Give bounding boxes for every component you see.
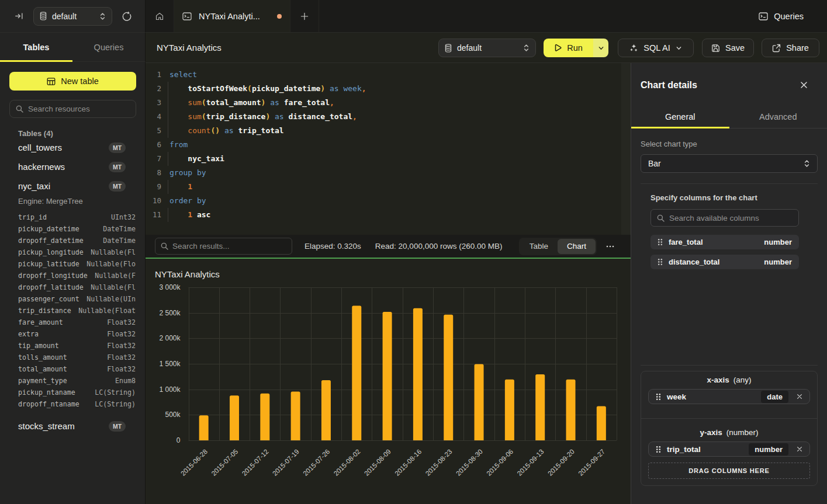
table-item-nyc_taxi[interactable]: nyc_taxiMT xyxy=(0,176,145,196)
sidebar-search-input[interactable]: Search resources xyxy=(9,100,136,118)
x-tick-label: 2015-08-23 xyxy=(424,448,454,477)
column-name: payment_type xyxy=(18,377,67,385)
bar xyxy=(444,315,453,440)
refresh-icon[interactable] xyxy=(122,11,132,22)
sidebar-database-selector[interactable]: default xyxy=(33,7,112,26)
code-text: select xyxy=(161,68,197,82)
code-token xyxy=(220,126,224,135)
sql-ai-button[interactable]: SQL AI xyxy=(618,39,694,57)
column-name: pickup_ntaname xyxy=(18,388,75,397)
remove-field-icon[interactable] xyxy=(797,394,802,399)
column-type: Nullable(Flo xyxy=(86,260,136,268)
column-row: tip_amountFloat32 xyxy=(0,340,145,352)
code-token xyxy=(325,84,330,93)
read-stats: Read: 20,000,000 rows (260.00 MB) xyxy=(375,242,503,251)
table-engine-badge: MT xyxy=(109,181,126,192)
line-number: 8 xyxy=(146,166,161,180)
sql-console-app: default NYTaxi Analyti... Queries Tables… xyxy=(0,0,827,504)
column-name: dropoff_longitude xyxy=(18,272,88,280)
x-tick-label: 2015-09-06 xyxy=(485,448,514,477)
available-column-type: number xyxy=(764,258,792,266)
available-columns-list: fare_totalnumberdistance_totalnumber xyxy=(631,235,827,269)
table-item-stocks_stream[interactable]: stocks_streamMT xyxy=(0,416,145,436)
line-number: 11 xyxy=(146,208,161,222)
code-text: toStartOfWeek(pickup_datetime) as week, xyxy=(161,82,366,96)
run-options-button[interactable] xyxy=(593,39,608,57)
save-button[interactable]: Save xyxy=(702,39,754,57)
tables-list: cell_towersMThackernewsMTnyc_taxiMTEngin… xyxy=(0,138,145,436)
sidebar-tabs: TablesQueries xyxy=(0,33,146,62)
x-axis-field-week[interactable]: weekdate xyxy=(648,389,810,404)
home-tab[interactable] xyxy=(146,0,174,32)
panel-tab-advanced[interactable]: Advanced xyxy=(729,100,827,128)
code-token: as xyxy=(224,126,234,135)
collapse-sidebar-icon[interactable] xyxy=(15,12,23,20)
columns-search-placeholder: Search available columns xyxy=(669,214,759,223)
y-axis-field-trip_total[interactable]: trip_totalnumber xyxy=(648,442,810,457)
code-text: group by xyxy=(161,166,206,180)
sql-ai-label: SQL AI xyxy=(643,43,670,53)
available-column-fare_total[interactable]: fare_totalnumber xyxy=(650,235,799,249)
query-tab[interactable]: NYTaxi Analyti... xyxy=(174,0,290,32)
view-tab-chart[interactable]: Chart xyxy=(558,239,596,254)
code-token: trip_distance xyxy=(206,112,266,121)
code-token xyxy=(270,112,275,121)
table-engine-badge: MT xyxy=(109,142,126,153)
table-engine-label: Engine: MergeTree xyxy=(18,197,145,206)
search-icon xyxy=(161,242,168,250)
editor-line: 9 1 xyxy=(146,180,631,194)
results-search-input[interactable]: Search results... xyxy=(155,238,292,255)
more-options-icon[interactable] xyxy=(605,242,615,251)
sidebar-tab-tables[interactable]: Tables xyxy=(0,33,72,61)
line-number: 5 xyxy=(146,124,161,138)
table-grid-icon xyxy=(47,77,56,86)
chart-type-value: Bar xyxy=(648,159,804,168)
sidebar-search-placeholder: Search resources xyxy=(28,105,90,113)
share-button[interactable]: Share xyxy=(762,39,819,57)
code-token: group by xyxy=(169,168,206,177)
view-tab-table[interactable]: Table xyxy=(520,239,558,254)
table-item-hackernews[interactable]: hackernewsMT xyxy=(0,157,145,176)
query-tab-title: NYTaxi Analyti... xyxy=(199,12,271,21)
sql-editor[interactable]: 1select2 toStartOfWeek(pickup_datetime) … xyxy=(146,63,631,235)
chart-type-select[interactable]: Bar xyxy=(641,154,818,173)
toolbar-database-selector[interactable]: default xyxy=(438,39,536,57)
new-tab-button[interactable] xyxy=(290,0,319,32)
chart-panel: NYTaxi Analytics0500k1 000k1 500k2 000k2… xyxy=(146,258,631,504)
bar xyxy=(413,308,423,440)
run-button[interactable]: Run xyxy=(544,39,593,57)
field-type-badge: number xyxy=(749,443,788,456)
bar xyxy=(535,374,545,440)
sidebar-tab-queries[interactable]: Queries xyxy=(72,33,145,61)
column-type: DateTime xyxy=(103,225,136,233)
drop-zone[interactable]: DRAG COLUMNS HERE xyxy=(648,463,810,479)
new-table-button[interactable]: New table xyxy=(9,72,136,91)
table-item-cell_towers[interactable]: cell_towersMT xyxy=(0,138,145,157)
code-token xyxy=(169,154,188,163)
panel-tab-general[interactable]: General xyxy=(631,100,729,128)
column-type: Float32 xyxy=(107,330,136,338)
x-tick-label: 2015-07-12 xyxy=(241,448,270,477)
column-row: dropoff_ntanameLC(String) xyxy=(0,398,145,410)
column-name: passenger_count xyxy=(18,295,79,303)
bar xyxy=(260,394,269,440)
column-row: tolls_amountFloat32 xyxy=(0,352,145,363)
close-icon[interactable] xyxy=(800,81,808,89)
available-column-distance_total[interactable]: distance_totalnumber xyxy=(650,255,799,269)
columns-search-input[interactable]: Search available columns xyxy=(650,209,799,227)
database-icon xyxy=(445,44,452,53)
editor-line: 7 nyc_taxi xyxy=(146,152,631,166)
search-icon xyxy=(16,105,23,113)
query-title: NYTaxi Analytics xyxy=(157,43,222,53)
x-axis-label: x-axis(any) xyxy=(648,376,810,384)
remove-field-icon[interactable] xyxy=(797,446,802,452)
column-row: total_amountFloat32 xyxy=(0,363,145,375)
column-type: Nullable(Fl xyxy=(91,283,136,291)
code-token: fare_total xyxy=(284,98,330,107)
queries-button[interactable]: Queries xyxy=(759,12,804,21)
code-token: count xyxy=(188,126,210,135)
code-token: , xyxy=(352,112,357,121)
code-text: sum(trip_distance) as distance_total, xyxy=(161,110,357,124)
chevron-up-down-icon xyxy=(99,12,106,20)
axis-name: x-axis xyxy=(707,376,729,384)
